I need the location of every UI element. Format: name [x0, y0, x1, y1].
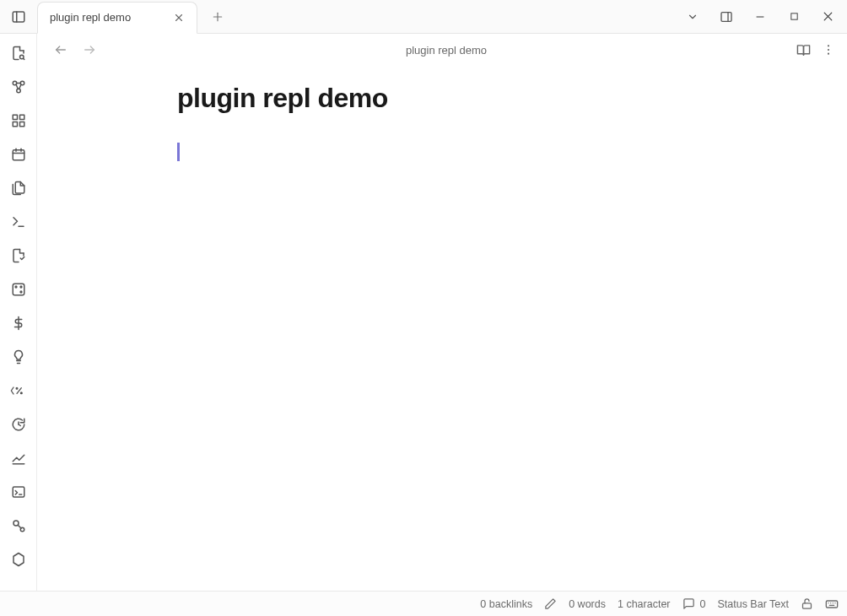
- svg-point-49: [828, 53, 829, 55]
- tab-title: plugin repl demo: [50, 11, 165, 24]
- pencil-icon: [544, 597, 557, 610]
- svg-point-31: [20, 291, 22, 293]
- svg-rect-6: [721, 12, 731, 21]
- status-words[interactable]: 0 words: [569, 598, 606, 610]
- files-icon: [11, 181, 26, 196]
- svg-rect-50: [803, 603, 812, 608]
- ribbon-daily-note[interactable]: [6, 142, 31, 167]
- more-vertical-icon: [822, 43, 835, 57]
- calendar-icon: [11, 147, 26, 162]
- keyboard-icon: [825, 597, 839, 611]
- status-words-label: 0 words: [569, 598, 606, 610]
- nav-back-button[interactable]: [49, 38, 73, 62]
- status-comments[interactable]: 0: [682, 597, 706, 610]
- status-backlinks-label: 0 backlinks: [480, 598, 532, 610]
- new-tab-button[interactable]: [206, 5, 229, 29]
- status-comments-count: 0: [700, 598, 706, 610]
- note-path[interactable]: plugin repl demo: [406, 44, 487, 57]
- window-minimize-button[interactable]: [746, 3, 774, 31]
- ribbon-stats[interactable]: [6, 446, 31, 471]
- svg-marker-44: [13, 554, 24, 566]
- graph-icon: [11, 79, 26, 95]
- status-keyboard[interactable]: [825, 597, 839, 611]
- tab-dropdown-button[interactable]: [678, 3, 707, 31]
- status-characters[interactable]: 1 character: [618, 598, 671, 610]
- editor-body[interactable]: [177, 143, 785, 163]
- svg-point-16: [16, 89, 20, 93]
- package-icon: [11, 248, 26, 263]
- tab-active[interactable]: plugin repl demo: [37, 2, 197, 34]
- ribbon-canvas[interactable]: [6, 108, 31, 133]
- ribbon-currency[interactable]: [6, 311, 31, 336]
- book-open-icon: [796, 43, 811, 57]
- svg-line-38: [19, 424, 20, 426]
- ribbon-command-palette[interactable]: [6, 209, 31, 235]
- svg-point-47: [828, 45, 829, 46]
- nav-forward-button[interactable]: [78, 38, 101, 62]
- terminal-icon: [11, 214, 26, 230]
- ribbon-graph-view[interactable]: [6, 74, 31, 100]
- svg-rect-24: [13, 150, 24, 160]
- window-maximize-button[interactable]: [780, 3, 808, 31]
- svg-rect-22: [13, 122, 17, 127]
- status-edit-mode[interactable]: [544, 597, 557, 610]
- left-ribbon: [0, 34, 37, 591]
- ribbon-settings-alt[interactable]: [6, 547, 31, 572]
- right-sidebar-toggle[interactable]: [712, 3, 741, 31]
- close-icon: [174, 13, 184, 23]
- hexagon-icon: [11, 552, 26, 567]
- status-backlinks[interactable]: 0 backlinks: [480, 598, 532, 610]
- text-cursor: [177, 143, 180, 161]
- chevron-down-icon: [687, 11, 699, 23]
- line-chart-icon: [11, 451, 26, 466]
- lightbulb-icon: [11, 349, 26, 365]
- svg-rect-51: [826, 601, 837, 608]
- more-options-button[interactable]: [817, 38, 840, 62]
- status-custom-text[interactable]: Status Bar Text: [717, 598, 789, 610]
- svg-line-13: [23, 58, 24, 59]
- message-square-icon: [682, 597, 695, 610]
- close-icon: [823, 11, 834, 22]
- ribbon-templates[interactable]: [6, 176, 31, 201]
- maximize-icon: [790, 12, 799, 21]
- editor[interactable]: plugin repl demo: [37, 66, 847, 591]
- status-characters-label: 1 character: [618, 598, 671, 610]
- ribbon-templater[interactable]: [6, 378, 31, 403]
- dollar-icon: [11, 316, 26, 331]
- note-header: plugin repl demo: [37, 34, 847, 66]
- dice-icon: [11, 282, 26, 297]
- status-lock[interactable]: [801, 597, 813, 610]
- ribbon-terminal[interactable]: [6, 479, 31, 505]
- sidebar-toggle[interactable]: [0, 0, 37, 33]
- arrow-left-icon: [54, 43, 67, 57]
- ribbon-sync[interactable]: [6, 412, 31, 437]
- ribbon-automation[interactable]: [6, 513, 31, 538]
- ribbon-quick-switcher[interactable]: [6, 41, 31, 66]
- unlock-icon: [801, 597, 813, 610]
- automation-icon: [11, 518, 26, 533]
- svg-point-36: [20, 392, 22, 394]
- window-close-button[interactable]: [813, 3, 842, 31]
- svg-point-35: [16, 387, 18, 389]
- svg-rect-23: [19, 122, 24, 127]
- refresh-icon: [11, 417, 26, 432]
- main-area: plugin repl demo plugin repl demo: [0, 34, 847, 591]
- svg-point-32: [20, 286, 22, 288]
- note-title[interactable]: plugin repl demo: [177, 83, 785, 114]
- arrow-right-icon: [83, 43, 96, 57]
- tab-close-button[interactable]: [171, 10, 186, 25]
- svg-rect-20: [13, 115, 17, 119]
- svg-point-30: [15, 286, 17, 288]
- status-custom-label: Status Bar Text: [717, 598, 789, 610]
- ribbon-plugins[interactable]: [6, 243, 31, 268]
- reading-mode-button[interactable]: [791, 38, 815, 62]
- svg-line-18: [19, 84, 20, 89]
- sidebar-right-icon: [720, 10, 733, 24]
- ribbon-random-note[interactable]: [6, 277, 31, 302]
- ribbon-lightbulb[interactable]: [6, 344, 31, 370]
- svg-point-48: [828, 49, 829, 51]
- percent-template-icon: [10, 385, 27, 397]
- content-area: plugin repl demo plugin repl demo: [37, 34, 847, 591]
- titlebar: plugin repl demo: [0, 0, 847, 34]
- plus-icon: [212, 11, 224, 23]
